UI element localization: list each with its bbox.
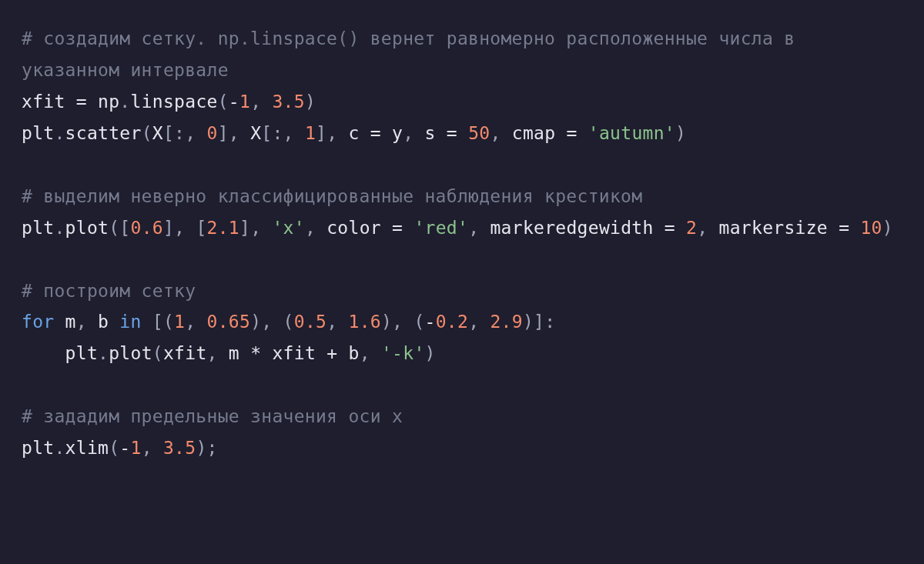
code-token: 0.5 bbox=[294, 312, 326, 332]
code-token: [:, bbox=[163, 123, 207, 143]
code-token: - bbox=[119, 438, 130, 458]
code-token: cmap bbox=[512, 123, 567, 143]
code-token: ], bbox=[239, 218, 272, 238]
code-token: # зададим предельные значения оси x bbox=[22, 406, 403, 426]
code-token: ( bbox=[218, 92, 229, 112]
code-token: = bbox=[370, 123, 392, 143]
code-token: , bbox=[403, 123, 424, 143]
code-token: [( bbox=[142, 312, 174, 332]
code-token: 3.5 bbox=[163, 438, 196, 458]
code-token: . bbox=[54, 123, 65, 143]
code-token: , bbox=[468, 312, 490, 332]
code-token: ], bbox=[316, 123, 348, 143]
code-token: 'autumn' bbox=[588, 123, 675, 143]
code-token: . bbox=[98, 343, 109, 363]
code-token: xfit bbox=[22, 92, 76, 112]
code-token: , bbox=[468, 218, 490, 238]
code-token: X bbox=[250, 123, 261, 143]
code-token: = bbox=[839, 218, 860, 238]
code-token: , bbox=[360, 343, 381, 363]
code-token: 0.2 bbox=[436, 312, 468, 332]
code-token: , bbox=[250, 92, 272, 112]
code-token: ), ( bbox=[381, 312, 425, 332]
code-token: [:, bbox=[261, 123, 305, 143]
code-token: # создадим сетку. np.linspace() вернет р… bbox=[22, 28, 806, 80]
code-token: markersize bbox=[719, 218, 839, 238]
code-token: = bbox=[665, 218, 686, 238]
code-token: b bbox=[98, 312, 119, 332]
code-token: ) bbox=[675, 123, 686, 143]
code-token: = bbox=[567, 123, 588, 143]
code-token: ([ bbox=[109, 218, 130, 238]
code-token: , bbox=[76, 312, 98, 332]
code-token: plot bbox=[109, 343, 152, 363]
code-token: ], [ bbox=[163, 218, 207, 238]
code-token: b bbox=[348, 343, 359, 363]
code-token: 1 bbox=[305, 123, 316, 143]
code-token: ( bbox=[152, 343, 163, 363]
code-token: # построим сетку bbox=[22, 281, 196, 301]
code-token: 1 bbox=[131, 438, 142, 458]
code-token: - bbox=[229, 92, 239, 112]
code-token: + bbox=[326, 343, 348, 363]
code-token: 1 bbox=[239, 92, 250, 112]
code-token: = bbox=[76, 92, 98, 112]
code-token: 0 bbox=[207, 123, 218, 143]
code-token: y bbox=[392, 123, 403, 143]
code-token: ) bbox=[882, 218, 893, 238]
code-token: 1.6 bbox=[348, 312, 380, 332]
code-token: ( bbox=[142, 123, 152, 143]
code-token: s bbox=[425, 123, 447, 143]
code-token: 2 bbox=[686, 218, 697, 238]
code-token: xlim bbox=[65, 438, 109, 458]
code-token: in bbox=[119, 312, 141, 332]
code-token: 1 bbox=[174, 312, 185, 332]
code-token: )]: bbox=[523, 312, 555, 332]
code-token: , bbox=[185, 312, 206, 332]
code-token: , bbox=[142, 438, 163, 458]
code-token: ], bbox=[218, 123, 250, 143]
code-token: 3.5 bbox=[272, 92, 304, 112]
code-token: - bbox=[425, 312, 436, 332]
code-token: = bbox=[392, 218, 413, 238]
code-token: * bbox=[250, 343, 272, 363]
code-token: for bbox=[22, 312, 54, 332]
code-token: plt bbox=[22, 438, 54, 458]
code-token: plot bbox=[65, 218, 109, 238]
code-token: ( bbox=[109, 438, 119, 458]
code-token: 10 bbox=[860, 218, 882, 238]
code-token: 0.65 bbox=[207, 312, 251, 332]
code-token: linspace bbox=[131, 92, 218, 112]
code-token: ) bbox=[425, 343, 436, 363]
code-token: , bbox=[207, 343, 229, 363]
code-token: ), ( bbox=[250, 312, 294, 332]
code-token: m bbox=[54, 312, 75, 332]
code-token: 'red' bbox=[413, 218, 468, 238]
code-token: plt bbox=[22, 123, 54, 143]
code-token: , bbox=[305, 218, 326, 238]
code-token: 0.6 bbox=[131, 218, 163, 238]
code-block: # создадим сетку. np.linspace() вернет р… bbox=[0, 0, 924, 487]
code-token: 2.9 bbox=[490, 312, 522, 332]
code-token: color bbox=[326, 218, 392, 238]
code-token: . bbox=[54, 438, 65, 458]
code-token: . bbox=[119, 92, 130, 112]
code-token: ); bbox=[196, 438, 217, 458]
code-token: m bbox=[229, 343, 250, 363]
code-token: X bbox=[152, 123, 163, 143]
code-token: plt bbox=[22, 218, 54, 238]
code-token: # выделим неверно классифицированные наб… bbox=[22, 186, 642, 206]
code-token: markeredgewidth bbox=[490, 218, 664, 238]
code-token: 2.1 bbox=[207, 218, 239, 238]
code-token: . bbox=[54, 218, 65, 238]
code-token: c bbox=[349, 123, 370, 143]
code-token: '-k' bbox=[381, 343, 425, 363]
code-token: ) bbox=[305, 92, 316, 112]
code-token: xfit bbox=[272, 343, 326, 363]
code-token: , bbox=[326, 312, 348, 332]
code-token: , bbox=[697, 218, 718, 238]
code-token: , bbox=[490, 123, 511, 143]
code-token: 'x' bbox=[272, 218, 304, 238]
code-token: 50 bbox=[468, 123, 490, 143]
code-token: = bbox=[447, 123, 468, 143]
